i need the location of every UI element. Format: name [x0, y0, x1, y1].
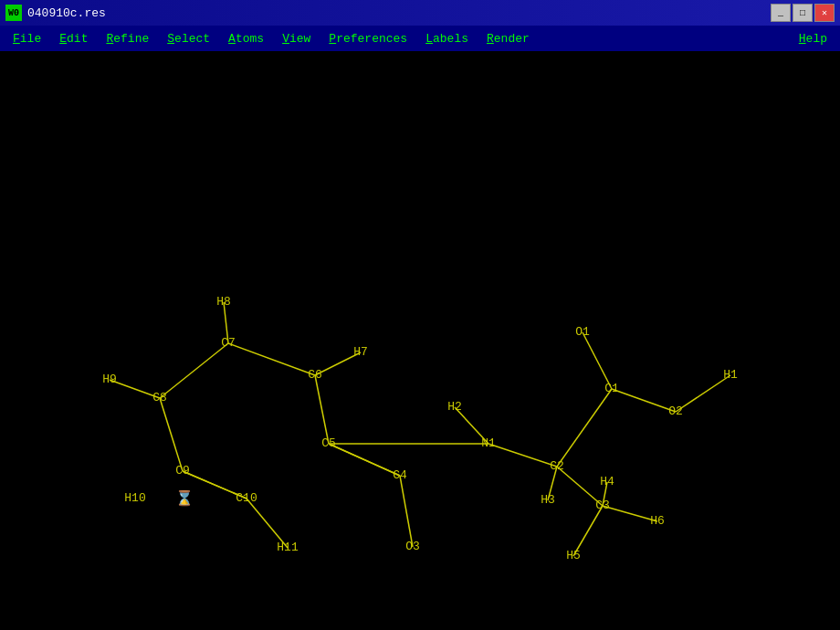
svg-text:H4: H4 [600, 475, 614, 488]
svg-line-13 [557, 389, 612, 467]
svg-text:C9: C9 [175, 464, 190, 478]
menu-refine[interactable]: Refine [97, 30, 158, 47]
app-icon: W0 [5, 5, 22, 21]
svg-text:C6: C6 [308, 368, 322, 382]
menu-render[interactable]: Render [478, 30, 539, 47]
svg-text:C5: C5 [321, 436, 336, 450]
svg-line-17 [329, 444, 400, 476]
svg-text:O3: O3 [405, 540, 420, 553]
menu-file[interactable]: File [4, 30, 50, 47]
svg-text:H7: H7 [353, 345, 368, 359]
maximize-button[interactable]: □ [793, 4, 813, 22]
svg-line-1 [228, 343, 315, 375]
svg-text:C1: C1 [604, 382, 619, 395]
svg-text:C10: C10 [236, 491, 257, 505]
svg-line-24 [603, 506, 657, 521]
svg-text:H11: H11 [277, 541, 299, 554]
svg-text:H2: H2 [447, 400, 462, 414]
svg-text:C8: C8 [152, 391, 167, 404]
svg-line-12 [612, 389, 676, 412]
svg-text:C4: C4 [393, 468, 407, 482]
svg-text:O1: O1 [575, 325, 590, 339]
menu-labels[interactable]: Labels [416, 30, 478, 47]
menu-preferences[interactable]: Preferences [320, 30, 416, 47]
menu-bar: File Edit Refine Select Atoms View Prefe… [0, 26, 840, 51]
svg-text:N1: N1 [481, 436, 496, 450]
svg-line-6 [160, 398, 183, 471]
svg-text:H1: H1 [723, 368, 738, 382]
svg-text:O2: O2 [668, 404, 683, 418]
svg-line-16 [400, 476, 413, 547]
menu-atoms[interactable]: Atoms [219, 30, 273, 47]
svg-text:C7: C7 [221, 336, 236, 350]
title-bar-left: W0 040910c.res [5, 5, 106, 21]
svg-text:H8: H8 [216, 295, 231, 309]
svg-text:H5: H5 [566, 549, 581, 562]
svg-line-10 [488, 444, 557, 467]
svg-text:H6: H6 [650, 514, 665, 528]
svg-line-11 [583, 332, 612, 389]
menu-edit[interactable]: Edit [50, 30, 97, 47]
window-title: 040910c.res [27, 6, 106, 20]
menu-help[interactable]: Help [790, 30, 836, 47]
svg-line-4 [315, 375, 329, 444]
minimize-button[interactable]: _ [771, 4, 791, 22]
close-button[interactable]: ✕ [814, 4, 835, 22]
window-controls: _ □ ✕ [771, 4, 835, 22]
svg-text:H9: H9 [102, 373, 117, 386]
svg-text:C3: C3 [595, 499, 610, 512]
title-bar: W0 040910c.res _ □ ✕ [0, 0, 840, 26]
svg-text:C2: C2 [550, 459, 564, 473]
menu-view[interactable]: View [273, 30, 320, 47]
molecule-svg: H8C7H7C6H9C8C5H2N1O1C1H1O2C9H10C4C2H3H4C… [0, 51, 840, 630]
svg-text:H10: H10 [124, 491, 145, 505]
menu-select[interactable]: Select [158, 30, 219, 47]
svg-line-14 [676, 375, 730, 412]
molecule-canvas[interactable]: H8C7H7C6H9C8C5H2N1O1C1H1O2C9H10C4C2H3H4C… [0, 51, 840, 630]
hourglass-cursor: ⌛ [175, 489, 194, 508]
svg-text:H3: H3 [541, 493, 555, 507]
svg-line-2 [160, 343, 228, 398]
